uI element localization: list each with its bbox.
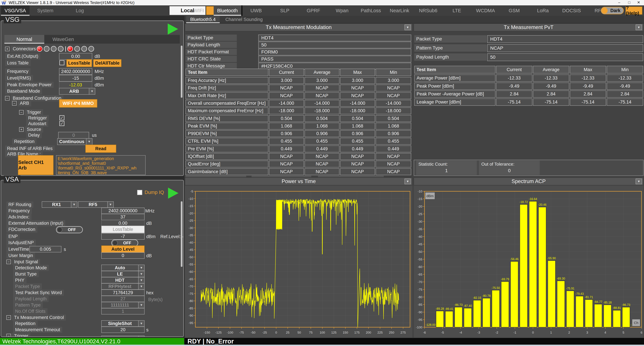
user-margin-input[interactable]: 0 [101,252,144,259]
tab-gprf[interactable]: GPRF [300,5,327,16]
rf-routing-select[interactable]: RX1▼ [42,201,77,208]
svg-text:5: 5 [622,331,624,334]
connector-led-9[interactable] [88,46,94,52]
auto-level-button[interactable]: Auto Level [101,245,144,253]
test-packet-sync-word-unit: hex [146,290,154,295]
tab-wpan[interactable]: Wpan [328,5,356,16]
table-cell: NCAP [269,168,304,175]
menu-item-log[interactable]: Log [73,5,86,16]
vsa-settings: RF RoutingRX1▼RF5▼Frequency2402.0000000M… [1,180,183,336]
tab-wifi[interactable]: WIFI [185,5,212,16]
tree-toggle-input-signal[interactable]: − [6,260,11,264]
frequency-unit: MHz [145,208,155,214]
losstable-button[interactable]: LossTable [101,226,144,233]
phy-select[interactable]: HDT▼ [101,277,144,283]
svg-text:-15: -15 [189,204,193,208]
tab-nearlink[interactable]: NearLink [386,5,413,16]
delay-input[interactable]: 0 [58,132,89,139]
minimize-icon[interactable]: – [614,0,624,5]
tx-measurement-pvt-collapse-icon[interactable]: ▼ [636,25,642,30]
tab-gsm[interactable]: GSM [500,5,528,16]
tab-nrsub6[interactable]: NRSub6 [414,5,442,16]
rf-routing-2-select-value: RF5 [78,202,107,207]
select-ch1-arb-button[interactable]: Select CH1 Arb [18,155,54,175]
ext-att-output-label: Ext.Att.(Output) [5,53,40,59]
connector-led-4[interactable] [58,46,64,52]
leveltime-input[interactable]: 0.005 [30,246,62,252]
enp-input[interactable]: -7 [101,233,144,240]
payload-length-input[interactable]: 27 [101,296,144,302]
help-button[interactable]: ?(Help) [626,7,642,15]
tree-toggle-tx-measurement-control[interactable]: − [6,315,11,320]
frequency-input[interactable]: 2402.0000000 [59,68,92,75]
connector-led-7[interactable] [74,46,80,52]
autostart-checkbox[interactable]: ✓ [59,121,64,126]
modulation-collapse-icon[interactable]: ▼ [404,25,411,30]
power-vs-time-collapse-icon[interactable]: ▼ [404,179,411,184]
svg-text:-69.79: -69.79 [501,277,509,281]
pattern-type-select[interactable]: 11111111▼ [101,302,144,308]
ext-att-output-input[interactable]: 0.00 [59,53,92,60]
tree-toggle-arb[interactable]: − [12,101,16,106]
tab-pathloss[interactable]: PathLoss [357,5,384,16]
menu-item-system[interactable]: System [35,5,55,16]
svg-text:-40: -40 [418,235,422,238]
frequency-input[interactable]: 2402.0000000 [101,208,144,214]
menu-item-vsg-vsa[interactable]: VSG/VSA [1,5,30,16]
tab-wcdma[interactable]: WCDMA [472,5,499,16]
svg-text:75: 75 [309,331,312,334]
delalltable-button[interactable]: DelAllTable [93,59,122,67]
spectrum-acp-chart: -10-15-20-25-30-35-40-45-50-55-60-65-70-… [414,186,644,337]
spectrum-acp-collapse-icon[interactable]: ▼ [636,179,642,184]
connector-led-8[interactable] [81,46,87,52]
subtab-channel-sounding[interactable]: Channel Sounding [222,16,266,23]
close-icon[interactable]: ✕ [634,0,643,5]
chevron-down-icon: ▼ [89,88,95,94]
baseband-mode-select[interactable]: ARB▼ [59,88,95,95]
test-packet-sync-word-input[interactable]: 71764129 [101,289,144,296]
svg-text:-30: -30 [189,226,193,230]
tab-docsis[interactable]: DOCSIS [558,5,585,16]
packet-type-label: Packet Type [186,35,237,41]
connector-led-1[interactable] [37,46,42,52]
column-header-current: Current [269,69,304,76]
losstable-button[interactable]: LossTable [66,59,92,67]
repetition-select[interactable]: SingleShot▼ [101,320,144,327]
burst-type-select[interactable]: LE▼ [101,271,144,277]
tab-uwb[interactable]: UWB [242,5,270,16]
vsg-scrollbar[interactable] [181,46,182,98]
tab-lte[interactable]: LTE [443,5,470,16]
tree-toggle-trigger[interactable]: − [19,110,24,115]
adv-index-input[interactable]: 37 [101,214,144,220]
measurement-timeout-input[interactable]: 20 [101,326,144,333]
maximize-icon[interactable]: □ [624,0,634,5]
no-of-off-slots-input[interactable]: 1 [101,308,144,314]
connector-led-6[interactable] [67,46,73,52]
vsa-scrollbar[interactable] [181,201,182,267]
detection-mode-select[interactable]: Auto▼ [101,265,144,271]
subtab-bluetooth5-4[interactable]: Bluetooth5.4 [186,16,220,23]
repetition-select[interactable]: Continuous▼ [57,138,92,145]
svg-text:-89.41: -89.41 [445,307,453,310]
fdcorrection-toggle[interactable]: OFF [56,226,83,233]
level-rms-input[interactable]: -15 [59,75,92,82]
loss-table-checkbox[interactable] [59,60,64,65]
external-attenuation-input-unit: dB [146,221,152,226]
connector-led-2[interactable] [44,46,50,52]
tab-lora[interactable]: LoRa [529,5,556,16]
retrigger-checkbox[interactable]: ✓ [59,115,64,120]
read-button[interactable]: Read [85,145,116,153]
row-22-select[interactable]: ▼ [101,335,144,336]
tree-toggle-baseband-configuration[interactable]: − [5,96,10,101]
tab-bluetooth[interactable]: Bluetooth [214,5,241,16]
input-signal-label: Input Signal [12,259,40,265]
tree-toggle-source[interactable]: + [19,127,24,132]
tab-slp[interactable]: SLP [271,5,298,16]
connector-led-3[interactable] [51,46,56,52]
rf-routing-2-select[interactable]: RF5▼ [78,201,114,208]
tree-toggle-trigger[interactable]: − [6,334,11,336]
wifi-4-4-mimo-button[interactable]: WIFI 4*4 MIMO [59,99,97,108]
tree-toggle-connectors[interactable]: + [5,47,10,51]
dark-mode-toggle[interactable]: Dark [601,7,624,14]
packet-type-select[interactable]: RFPHytest▼ [101,283,144,290]
